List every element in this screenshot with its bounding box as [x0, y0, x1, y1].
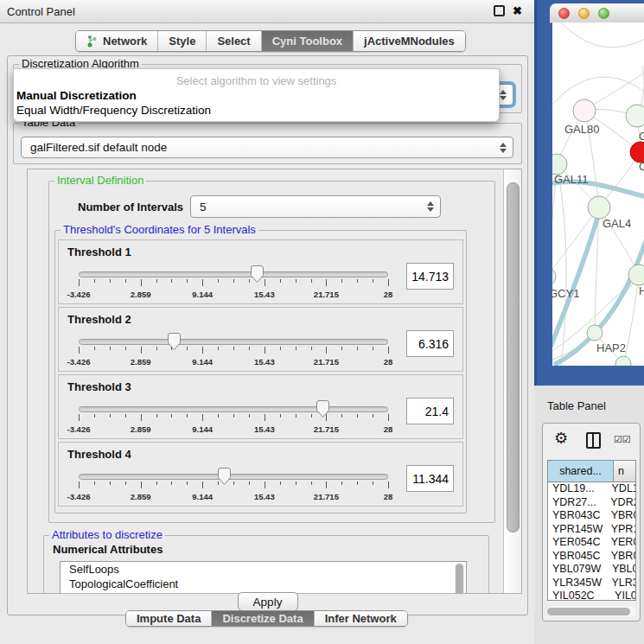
cell-name[interactable]: YER0 — [605, 536, 635, 550]
table-data-combo[interactable]: galFiltered.sif default node — [21, 137, 513, 158]
cell-shared-name[interactable]: YDR27... — [548, 496, 604, 510]
close-traffic-light-icon[interactable] — [558, 8, 570, 19]
slider-scale-label: 2.859 — [131, 357, 151, 367]
column-header-shared-name[interactable]: shared... — [548, 461, 614, 481]
table-row[interactable]: YBR045CYBR0 — [548, 550, 635, 564]
slider-tick — [218, 279, 219, 283]
tab-jactivemnodules[interactable]: jActiveMNodules — [353, 31, 465, 51]
select-columns-checkboxes-icon[interactable]: ☑☑ — [614, 434, 631, 445]
slider-tick — [311, 481, 312, 485]
slider-track[interactable] — [79, 474, 388, 480]
node-table[interactable]: shared... n YDL19...YDL1YDR27...YDR2YBR0… — [547, 460, 636, 601]
threshold-value-field[interactable] — [406, 263, 454, 290]
cell-shared-name[interactable]: YER054C — [548, 536, 605, 550]
cell-shared-name[interactable]: YIL052C — [548, 590, 609, 601]
minimize-traffic-light-icon[interactable] — [578, 8, 590, 19]
cell-name[interactable]: YBL0 — [606, 563, 635, 577]
close-icon[interactable]: ✖ — [513, 5, 522, 16]
column-header-name[interactable]: n — [614, 461, 635, 481]
gear-icon[interactable]: ⚙ — [554, 429, 568, 448]
slider-tick — [233, 481, 234, 485]
threshold-value-field[interactable] — [406, 465, 454, 492]
cell-shared-name[interactable]: YPR145W — [548, 523, 605, 537]
float-window-icon[interactable] — [494, 5, 505, 16]
table-row[interactable]: YDL19...YDL1 — [548, 482, 635, 496]
threshold-value-field[interactable] — [406, 330, 454, 357]
slider-tick — [110, 481, 111, 485]
number-of-intervals-combo[interactable]: 5 — [190, 195, 441, 218]
slider-tick — [388, 481, 389, 488]
table-row[interactable]: YDR27...YDR2 — [548, 496, 635, 510]
slider-tick — [388, 279, 389, 286]
tab-cyni-toolbox[interactable]: Cyni Toolbox — [261, 31, 353, 51]
network-node-gal4[interactable] — [588, 196, 610, 219]
slider-tick — [249, 481, 250, 485]
apply-button[interactable]: Apply — [238, 592, 298, 611]
cell-shared-name[interactable]: YLR345W — [548, 577, 606, 590]
table-row[interactable]: YER054CYER0 — [548, 536, 635, 550]
threshold-slider[interactable]: -3.4262.8599.14415.4321.71528 — [73, 467, 394, 505]
list-scrollbar[interactable] — [455, 564, 464, 593]
tab-infer-network[interactable]: Infer Network — [314, 611, 407, 626]
cell-name[interactable]: YDL1 — [606, 482, 635, 496]
table-row[interactable]: YLR345WYLR3 — [548, 577, 635, 590]
table-row[interactable]: YIL052CYIL0 — [548, 590, 635, 601]
slider-scale-label: 15.43 — [254, 357, 275, 367]
network-node-gcy1[interactable] — [552, 267, 556, 286]
slider-tick — [218, 481, 219, 485]
slider-track[interactable] — [79, 406, 388, 412]
slider-scale-label: 2.859 — [131, 492, 151, 501]
numerical-attributes-list[interactable]: SelfLoopsTopologicalCoefficientBetweenne… — [60, 561, 467, 593]
cell-name[interactable]: YPR1 — [605, 523, 635, 537]
cell-name[interactable]: YBR0 — [605, 509, 635, 523]
table-horizontal-scrollbar-thumb[interactable] — [547, 608, 630, 615]
algorithm-option-manual[interactable]: Manual Discretization — [16, 89, 499, 102]
tab-discretize-data[interactable]: Discretize Data — [211, 611, 313, 626]
columns-icon[interactable] — [586, 432, 601, 449]
table-row[interactable]: YPR145WYPR1 — [548, 523, 635, 537]
vertical-scrollbar-thumb[interactable] — [507, 182, 520, 532]
tab-impute-data[interactable]: Impute Data — [126, 611, 211, 626]
table-panel: Table Panel ⚙ ☑☑ shared... n YDL19...YDL… — [534, 386, 644, 644]
cell-shared-name[interactable]: YBR045C — [548, 550, 605, 564]
algorithm-option-equal-width[interactable]: Equal Width/Frequency Discretization — [16, 104, 499, 117]
cell-name[interactable]: YBR0 — [605, 550, 635, 564]
slider-track[interactable] — [79, 271, 388, 277]
slider-scale-label: -3.426 — [67, 290, 91, 299]
tab-style[interactable]: Style — [157, 31, 206, 51]
slider-scale-label: 21.715 — [314, 492, 339, 501]
zoom-traffic-light-icon[interactable] — [598, 8, 609, 19]
slider-tick — [156, 414, 157, 418]
cell-name[interactable]: YDR2 — [604, 496, 635, 510]
slider-track[interactable] — [79, 339, 388, 345]
cell-name[interactable]: YLR3 — [606, 577, 635, 590]
slider-tick — [110, 347, 111, 350]
numerical-attribute-item[interactable]: SelfLoops — [61, 562, 466, 577]
slider-tick — [296, 414, 296, 418]
cell-shared-name[interactable]: YBL079W — [548, 563, 606, 577]
tab-select[interactable]: Select — [206, 31, 260, 51]
threshold-label: Threshold 2 — [67, 313, 131, 326]
cell-shared-name[interactable]: YBR043C — [548, 509, 605, 523]
threshold-value-field[interactable] — [406, 398, 454, 424]
threshold-slider[interactable]: -3.4262.8599.14415.4321.71528 — [73, 399, 394, 437]
threshold-slider[interactable]: -3.4262.8599.14415.4321.71528 — [73, 265, 394, 303]
table-horizontal-scrollbar[interactable] — [546, 606, 636, 616]
cell-shared-name[interactable]: YDL19... — [548, 482, 606, 496]
table-row[interactable]: YBL079WYBL0 — [548, 563, 635, 577]
vertical-scrollbar[interactable] — [503, 169, 521, 593]
tab-network[interactable]: Network — [76, 31, 157, 51]
cell-name[interactable]: YIL0 — [609, 590, 635, 601]
network-canvas[interactable]: GAL80GCGAL11GAL4GCY1HHAP2 — [552, 22, 644, 366]
numerical-attribute-item[interactable]: TopologicalCoefficient — [61, 577, 466, 591]
table-row[interactable]: YBR043CYBR0 — [548, 509, 635, 523]
network-window-titlebar[interactable] — [550, 3, 644, 23]
network-node-hap2[interactable] — [587, 325, 603, 341]
slider-ticks — [79, 279, 388, 288]
threshold-slider[interactable]: -3.4262.8599.14415.4321.71528 — [73, 332, 394, 370]
network-node-gal80[interactable] — [573, 99, 596, 122]
network-node-g[interactable] — [626, 105, 644, 127]
combo-stepper-icon — [427, 201, 434, 212]
slider-tick — [233, 347, 234, 350]
slider-scale-label: -3.426 — [67, 492, 91, 501]
